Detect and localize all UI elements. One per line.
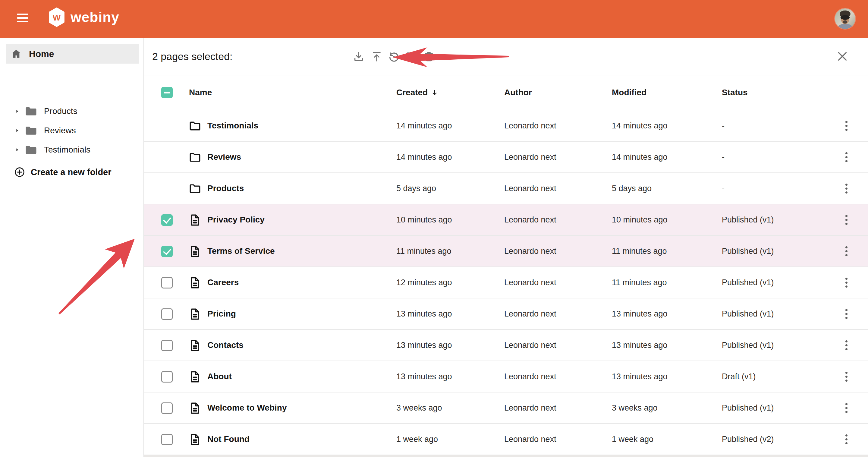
column-header-author[interactable]: Author bbox=[504, 75, 532, 110]
row-status: Published (v2) bbox=[722, 424, 774, 455]
row-checkbox-checked[interactable] bbox=[161, 246, 173, 257]
kebab-menu-icon[interactable] bbox=[840, 173, 853, 204]
row-name[interactable]: About bbox=[207, 361, 232, 392]
delete-icon[interactable] bbox=[422, 50, 436, 64]
table-row[interactable]: Welcome to Webiny 3 weeks ago Leonardo n… bbox=[144, 393, 868, 424]
restore-icon[interactable] bbox=[387, 50, 401, 64]
row-name[interactable]: Products bbox=[207, 173, 244, 204]
row-author: Leonardo next bbox=[504, 110, 556, 141]
caret-right-icon[interactable] bbox=[14, 128, 20, 133]
row-created: 13 minutes ago bbox=[396, 330, 452, 361]
row-checkbox[interactable] bbox=[161, 340, 173, 351]
sidebar-item-label: Home bbox=[29, 49, 54, 59]
folder-icon bbox=[188, 182, 202, 195]
row-author: Leonardo next bbox=[504, 173, 556, 204]
row-status: Published (v1) bbox=[722, 204, 774, 235]
sidebar-item-home[interactable]: Home bbox=[6, 44, 139, 64]
row-name[interactable]: Privacy Policy bbox=[207, 204, 265, 235]
row-status: Draft (v1) bbox=[722, 361, 756, 392]
row-checkbox[interactable] bbox=[161, 402, 173, 414]
folder-icon bbox=[188, 151, 202, 164]
kebab-menu-icon[interactable] bbox=[840, 330, 853, 361]
row-checkbox-checked[interactable] bbox=[161, 214, 173, 226]
sidebar-item-testimonials[interactable]: Testimonials bbox=[0, 140, 144, 159]
column-header-modified[interactable]: Modified bbox=[612, 75, 647, 110]
row-name[interactable]: Pricing bbox=[207, 299, 236, 329]
kebab-menu-icon[interactable] bbox=[840, 204, 853, 235]
row-name[interactable]: Not Found bbox=[207, 424, 250, 455]
document-icon bbox=[188, 339, 202, 352]
row-name[interactable]: Terms of Service bbox=[207, 236, 275, 267]
row-modified: 13 minutes ago bbox=[612, 299, 668, 329]
hamburger-menu-icon[interactable] bbox=[17, 13, 29, 25]
kebab-menu-icon[interactable] bbox=[840, 424, 853, 455]
row-author: Leonardo next bbox=[504, 424, 556, 455]
select-all-checkbox[interactable] bbox=[161, 87, 173, 98]
kebab-menu-icon[interactable] bbox=[840, 236, 853, 267]
row-created: 5 days ago bbox=[396, 173, 436, 204]
row-name[interactable]: Testimonials bbox=[207, 110, 258, 141]
document-icon bbox=[188, 401, 202, 415]
row-checkbox[interactable] bbox=[161, 308, 173, 320]
row-modified: 11 minutes ago bbox=[612, 267, 667, 298]
row-status: Published (v1) bbox=[722, 299, 774, 329]
sidebar-item-reviews[interactable]: Reviews bbox=[0, 121, 144, 140]
kebab-menu-icon[interactable] bbox=[840, 267, 853, 298]
row-modified: 3 weeks ago bbox=[612, 393, 658, 423]
table-row[interactable]: Pricing 13 minutes ago Leonardo next 13 … bbox=[144, 299, 868, 330]
row-status: Published (v1) bbox=[722, 330, 774, 361]
row-checkbox[interactable] bbox=[161, 371, 173, 383]
row-modified: 10 minutes ago bbox=[612, 204, 668, 235]
upload-icon[interactable] bbox=[370, 50, 384, 64]
kebab-menu-icon[interactable] bbox=[840, 393, 853, 423]
row-name[interactable]: Welcome to Webiny bbox=[207, 393, 287, 423]
webiny-logo[interactable]: W webiny bbox=[48, 7, 119, 27]
table-row[interactable]: About 13 minutes ago Leonardo next 13 mi… bbox=[144, 361, 868, 393]
table-row[interactable]: Reviews 14 minutes ago Leonardo next 14 … bbox=[144, 142, 868, 173]
document-icon bbox=[188, 245, 202, 258]
row-author: Leonardo next bbox=[504, 361, 556, 392]
row-checkbox[interactable] bbox=[161, 434, 173, 445]
document-icon bbox=[188, 370, 202, 384]
row-name[interactable]: Reviews bbox=[207, 142, 241, 173]
selection-toolbar: 2 pages selected: bbox=[144, 38, 868, 75]
selection-count-text: 2 pages selected: bbox=[152, 38, 233, 75]
folder-icon bbox=[25, 106, 37, 117]
column-header-created[interactable]: Created bbox=[396, 75, 438, 110]
sidebar-item-products[interactable]: Products bbox=[0, 101, 144, 121]
create-folder-button[interactable]: Create a new folder bbox=[0, 162, 144, 182]
table-row[interactable]: Products 5 days ago Leonardo next 5 days… bbox=[144, 173, 868, 204]
row-author: Leonardo next bbox=[504, 142, 556, 173]
table-row[interactable]: Terms of Service 11 minutes ago Leonardo… bbox=[144, 236, 868, 267]
row-created: 13 minutes ago bbox=[396, 299, 452, 329]
caret-right-icon[interactable] bbox=[14, 109, 20, 114]
column-header-name[interactable]: Name bbox=[189, 75, 212, 110]
table-row[interactable]: Privacy Policy 10 minutes ago Leonardo n… bbox=[144, 204, 868, 236]
row-modified: 5 days ago bbox=[612, 173, 652, 204]
row-name[interactable]: Careers bbox=[207, 267, 239, 298]
row-created: 1 week ago bbox=[396, 424, 438, 455]
download-icon[interactable] bbox=[352, 50, 366, 64]
kebab-menu-icon[interactable] bbox=[840, 299, 853, 329]
column-header-status[interactable]: Status bbox=[722, 75, 748, 110]
table-row[interactable]: Not Found 1 week ago Leonardo next 1 wee… bbox=[144, 424, 868, 455]
row-author: Leonardo next bbox=[504, 267, 556, 298]
kebab-menu-icon[interactable] bbox=[840, 142, 853, 173]
caret-right-icon[interactable] bbox=[14, 147, 20, 153]
table-row[interactable]: Testimonials 14 minutes ago Leonardo nex… bbox=[144, 110, 868, 142]
close-icon[interactable] bbox=[835, 50, 849, 64]
row-checkbox[interactable] bbox=[161, 277, 173, 288]
row-name[interactable]: Contacts bbox=[207, 330, 244, 361]
table-header: Name Created Author Modified Status bbox=[144, 75, 868, 110]
folder-icon bbox=[25, 144, 37, 155]
user-avatar[interactable] bbox=[835, 8, 855, 29]
row-modified: 13 minutes ago bbox=[612, 330, 668, 361]
move-to-folder-icon[interactable] bbox=[404, 50, 418, 64]
kebab-menu-icon[interactable] bbox=[840, 361, 853, 392]
table-row[interactable]: Careers 12 minutes ago Leonardo next 11 … bbox=[144, 267, 868, 299]
create-folder-label: Create a new folder bbox=[31, 167, 112, 177]
table-row[interactable]: Contacts 13 minutes ago Leonardo next 13… bbox=[144, 330, 868, 361]
home-icon bbox=[11, 49, 22, 59]
kebab-menu-icon[interactable] bbox=[840, 110, 853, 141]
row-status: Published (v1) bbox=[722, 393, 774, 423]
